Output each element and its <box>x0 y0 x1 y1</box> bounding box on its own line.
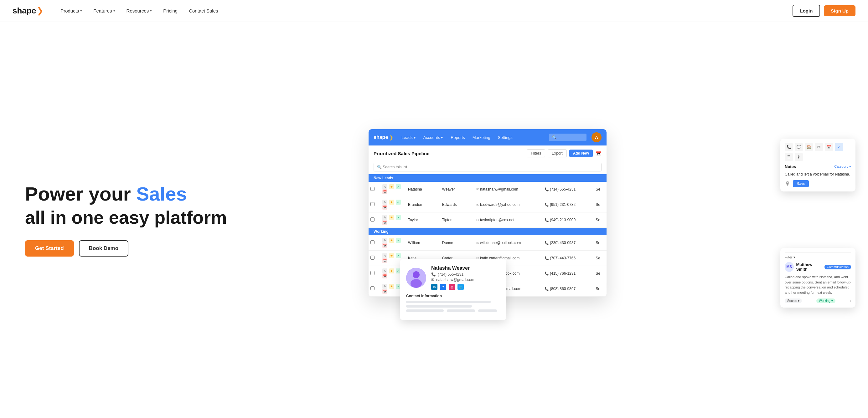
pipeline-header: Prioritized Sales Pipeline Filters Expor… <box>369 145 607 160</box>
avatar-image <box>406 268 426 288</box>
facebook-icon[interactable]: f <box>440 284 446 290</box>
comm-next-icon[interactable]: › <box>849 298 851 303</box>
edit-icon[interactable]: ✎ <box>382 184 388 189</box>
nav-links: Products ▾ Features ▾ Resources ▾ Pricin… <box>56 6 792 16</box>
nav-resources[interactable]: Resources ▾ <box>122 6 157 16</box>
app-nav-leads[interactable]: Leads ▾ <box>398 134 418 141</box>
row-icons: ✎ ★ ✓ 📅 <box>380 235 406 251</box>
audio-tool-button[interactable]: 🎙 <box>795 153 803 161</box>
calendar-icon: 📅 <box>595 150 601 156</box>
signup-button[interactable]: Sign Up <box>824 5 856 16</box>
app-nav-accounts[interactable]: Accounts ▾ <box>420 134 446 141</box>
placeholder-line-5 <box>478 309 497 312</box>
sms-tool-button[interactable]: 💬 <box>795 143 803 151</box>
row-email: ✉ will.dunne@outlook.com <box>474 235 542 251</box>
edit-icon[interactable]: ✎ <box>382 200 388 205</box>
star-icon[interactable]: ★ <box>389 269 394 274</box>
phone-tool-button[interactable]: 📞 <box>785 143 793 151</box>
row-checkbox[interactable] <box>369 197 380 212</box>
filter-label[interactable]: Filter ▾ <box>785 255 795 259</box>
table-row[interactable]: ✎ ★ ✓ 📅 William Dunne ✉ will.dunne@outlo… <box>369 235 607 251</box>
export-button[interactable]: Export <box>548 149 567 158</box>
edit-icon[interactable]: ✎ <box>382 238 388 243</box>
table-row[interactable]: ✎ ★ ✓ 📅 Taylor Tipton ✉ taylortipton@cox… <box>369 212 607 228</box>
row-checkbox[interactable] <box>369 266 380 281</box>
row-more[interactable]: Se <box>594 235 607 251</box>
cal-icon[interactable]: 📅 <box>382 289 388 294</box>
phone-icon: 📞 <box>431 272 436 277</box>
mic-icon[interactable]: 🎙 <box>785 180 790 187</box>
row-more[interactable]: Se <box>594 281 607 297</box>
star-icon[interactable]: ★ <box>389 200 394 205</box>
cal-icon[interactable]: 📅 <box>382 258 388 263</box>
hero-right: shape ❯ Leads ▾ Accounts ▾ Reports Marke… <box>369 129 843 311</box>
add-new-button[interactable]: Add New <box>569 149 593 157</box>
check-icon[interactable]: ✓ <box>396 238 401 243</box>
row-more[interactable]: Se <box>594 197 607 212</box>
row-more[interactable]: Se <box>594 266 607 281</box>
star-icon[interactable]: ★ <box>389 215 394 220</box>
row-checkbox[interactable] <box>369 182 380 197</box>
app-user-avatar[interactable]: A <box>591 132 601 142</box>
notes-category[interactable]: Category ▾ <box>834 165 851 169</box>
nav-features[interactable]: Features ▾ <box>89 6 119 16</box>
check-icon[interactable]: ✓ <box>396 253 401 258</box>
working-badge[interactable]: Working ▾ <box>816 299 835 303</box>
check-icon[interactable]: ✓ <box>396 200 401 205</box>
check-icon[interactable]: ✓ <box>396 184 401 189</box>
edit-icon[interactable]: ✎ <box>382 253 388 258</box>
app-nav-settings[interactable]: Settings <box>495 134 516 141</box>
star-icon[interactable]: ★ <box>389 253 394 258</box>
login-button[interactable]: Login <box>793 5 820 17</box>
star-icon[interactable]: ★ <box>389 284 394 289</box>
cal-icon[interactable]: 📅 <box>382 243 388 248</box>
cal-icon[interactable]: 📅 <box>382 189 388 194</box>
row-more[interactable]: Se <box>594 182 607 197</box>
nav-products[interactable]: Products ▾ <box>56 6 86 16</box>
edit-icon[interactable]: ✎ <box>382 215 388 220</box>
cal-icon[interactable]: 📅 <box>382 205 388 210</box>
row-checkbox[interactable] <box>369 235 380 251</box>
edit-icon[interactable]: ✎ <box>382 284 388 289</box>
app-search-input[interactable] <box>549 134 587 141</box>
app-nav-reports[interactable]: Reports <box>447 134 468 141</box>
check-icon[interactable]: ✓ <box>396 215 401 220</box>
row-checkbox[interactable] <box>369 212 380 228</box>
get-started-button[interactable]: Get Started <box>25 240 74 256</box>
notes-save-button[interactable]: Save <box>793 180 809 187</box>
row-phone: 📞 (415) 766-1231 <box>542 266 594 281</box>
list-search-input[interactable] <box>374 163 601 171</box>
hero-headline: Power your Sales <box>25 183 356 205</box>
list-tool-button[interactable]: ☰ <box>785 153 793 161</box>
cal-tool-button[interactable]: 📅 <box>825 143 833 151</box>
star-icon[interactable]: ★ <box>389 184 394 189</box>
nav-contact[interactable]: Contact Sales <box>184 6 222 16</box>
app-nav-marketing[interactable]: Marketing <box>469 134 494 141</box>
twitter-icon[interactable]: 🐦 <box>458 284 464 290</box>
row-checkbox[interactable] <box>369 251 380 266</box>
source-badge[interactable]: Source ▾ <box>785 299 802 303</box>
table-row[interactable]: ✎ ★ ✓ 📅 Natasha Weaver ✉ natasha.w@gmail… <box>369 182 607 197</box>
logo[interactable]: shape ❯ <box>12 6 43 15</box>
row-more[interactable]: Se <box>594 212 607 228</box>
row-checkbox[interactable] <box>369 281 380 297</box>
row-icons: ✎ ★ ✓ 📅 <box>380 197 406 212</box>
star-icon[interactable]: ★ <box>389 238 394 243</box>
cal-icon[interactable]: 📅 <box>382 220 388 225</box>
book-demo-button[interactable]: Book Demo <box>79 240 128 256</box>
home-tool-button[interactable]: 🏠 <box>805 143 813 151</box>
email-tool-button[interactable]: ✉ <box>815 143 823 151</box>
cal-icon[interactable]: 📅 <box>382 274 388 278</box>
edit-icon[interactable]: ✎ <box>382 269 388 274</box>
check-tool-button[interactable]: ✓ <box>835 143 843 151</box>
linkedin-icon[interactable]: in <box>431 284 437 290</box>
instagram-icon[interactable]: ◎ <box>449 284 455 290</box>
row-last-name: Tipton <box>440 212 474 228</box>
row-more[interactable]: Se <box>594 251 607 266</box>
contact-placeholder-lines <box>406 301 500 314</box>
nav-pricing[interactable]: Pricing <box>159 6 182 16</box>
table-row[interactable]: ✎ ★ ✓ 📅 Brandon Edwards ✉ b.edwards@yaho… <box>369 197 607 212</box>
filters-button[interactable]: Filters <box>527 149 545 158</box>
placeholder-line-1 <box>406 301 491 303</box>
contact-name: Natasha Weaver <box>431 265 474 271</box>
